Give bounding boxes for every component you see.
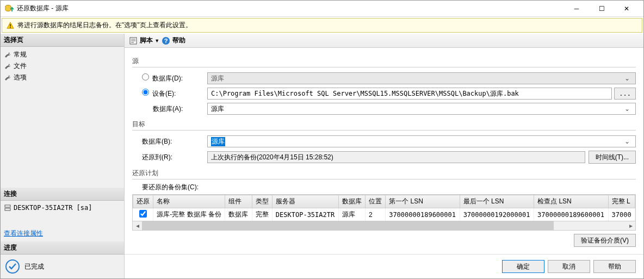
help-icon: ?: [162, 36, 170, 45]
source-db-radio[interactable]: [142, 73, 149, 80]
svg-text:?: ?: [164, 38, 168, 44]
select-page-header: 选择页: [1, 34, 124, 47]
success-icon: [5, 259, 20, 274]
browse-device-button[interactable]: ...: [614, 88, 636, 100]
db-a-combo[interactable]: 源库⌄: [207, 103, 636, 115]
main-panel: 脚本 ▼ ? 帮助 源 数据库(D): 源库⌄ 设备(E): C:\Progra…: [125, 34, 643, 278]
cancel-button[interactable]: 取消: [548, 260, 590, 273]
wrench-icon: [4, 51, 11, 59]
svg-point-2: [10, 27, 11, 28]
script-button[interactable]: 脚本 ▼: [140, 36, 159, 45]
db-a-label: 数据库(A):: [142, 104, 207, 114]
warning-text: 将进行源数据库的结尾日志备份。在"选项"页上查看此设置。: [17, 21, 192, 30]
window-title: 还原数据库 - 源库: [17, 4, 564, 13]
help-button[interactable]: 帮助: [172, 36, 185, 45]
progress-status: 已完成: [1, 255, 124, 278]
connection-header: 连接: [1, 188, 124, 201]
sidebar-item-general[interactable]: 常规: [4, 49, 121, 60]
svg-rect-3: [5, 205, 10, 207]
source-db-combo: 源库⌄: [207, 72, 636, 84]
plan-group-label: 还原计划: [132, 169, 636, 179]
minimize-button[interactable]: ─: [564, 1, 589, 16]
dialog-footer: 确定 取消 帮助: [125, 254, 643, 278]
help-footer-button[interactable]: 帮助: [593, 260, 636, 273]
svg-rect-1: [10, 24, 10, 26]
server-icon: [4, 204, 11, 212]
warning-icon: [7, 22, 14, 29]
progress-header: 进度: [1, 241, 124, 255]
script-icon: [129, 36, 138, 45]
restore-to-field: 上次执行的备份(2020年4月15日 15:28:52): [207, 151, 585, 163]
toolbar: 脚本 ▼ ? 帮助: [125, 34, 643, 48]
backup-sets-label: 要还原的备份集(C):: [142, 183, 636, 192]
restore-checkbox[interactable]: [139, 210, 147, 218]
target-group-label: 目标: [132, 120, 636, 131]
target-db-combo[interactable]: 源库⌄: [207, 135, 636, 147]
timeline-button[interactable]: 时间线(T)...: [589, 151, 636, 164]
ok-button[interactable]: 确定: [502, 260, 544, 273]
connection-value: DESKTOP-35IA2TR [sa]: [4, 203, 121, 213]
sidebar-item-options[interactable]: 选项: [4, 72, 121, 83]
wrench-icon: [4, 74, 11, 82]
db-restore-icon: [5, 4, 14, 13]
sidebar-item-files[interactable]: 文件: [4, 60, 121, 72]
restore-to-label: 还原到(R):: [142, 153, 207, 162]
maximize-button[interactable]: ☐: [589, 1, 614, 16]
device-path-field[interactable]: C:\Program Files\Microsoft SQL Server\MS…: [207, 88, 612, 100]
backup-sets-table[interactable]: 还原 名称 组件 类型 服务器 数据库 位置 第一个 LSN 最后一个 LSN …: [132, 194, 636, 221]
view-connection-props-link[interactable]: 查看连接属性: [4, 228, 121, 239]
verify-backup-button[interactable]: 验证备份介质(V): [574, 234, 636, 247]
warning-bar: 将进行源数据库的结尾日志备份。在"选项"页上查看此设置。: [2, 18, 642, 33]
source-device-radio[interactable]: [142, 89, 149, 96]
window-buttons: ─ ☐ ✕: [564, 1, 639, 16]
horizontal-scrollbar[interactable]: ◂▸: [132, 221, 636, 231]
table-row[interactable]: 源库-完整 数据库 备份 数据库 完整 DESKTOP-35IA2TR 源库 2…: [133, 208, 635, 221]
svg-rect-4: [5, 208, 10, 210]
wrench-icon: [4, 63, 11, 70]
source-group-label: 源: [132, 57, 636, 67]
restore-db-window: 还原数据库 - 源库 ─ ☐ ✕ 将进行源数据库的结尾日志备份。在"选项"页上查…: [0, 0, 644, 279]
titlebar: 还原数据库 - 源库 ─ ☐ ✕: [1, 1, 643, 17]
sidebar: 选择页 常规 文件 选项 连接 DES: [1, 34, 125, 278]
close-button[interactable]: ✕: [614, 1, 639, 16]
target-db-label: 数据库(B):: [142, 137, 207, 146]
